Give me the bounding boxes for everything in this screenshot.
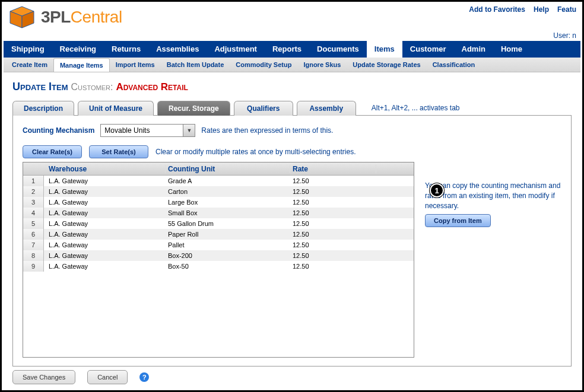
subnav-update-storage-rates[interactable]: Update Storage Rates — [347, 58, 426, 71]
brand-logo: 3PLCentral — [8, 5, 122, 29]
tab-qualifiers[interactable]: Qualifiers — [234, 101, 293, 116]
table-row[interactable]: 9L.A. GatewayBox-5012.50 — [23, 261, 414, 272]
nav-admin[interactable]: Admin — [454, 41, 493, 58]
cell-rate: 12.50 — [290, 252, 376, 259]
table-row[interactable]: 3L.A. GatewayLarge Box12.50 — [23, 197, 414, 208]
table-row[interactable]: 2L.A. GatewayCarton12.50 — [23, 186, 414, 197]
row-number: 8 — [23, 250, 44, 261]
tab-assembly[interactable]: Assembly — [297, 101, 356, 116]
cell-counting-unit: Small Box — [166, 209, 290, 216]
row-number: 1 — [23, 176, 44, 186]
cell-counting-unit: Grade A — [166, 177, 290, 184]
row-number: 9 — [23, 261, 44, 272]
cell-warehouse: L.A. Gateway — [44, 241, 166, 248]
main-nav: ShippingReceivingReturnsAssembliesAdjust… — [4, 41, 580, 58]
cell-counting-unit: Box-200 — [166, 252, 290, 259]
cell-rate: 12.50 — [290, 241, 376, 248]
help-icon[interactable]: ? — [139, 372, 149, 382]
subnav-commodity-setup[interactable]: Commodity Setup — [230, 58, 297, 71]
cell-rate: 12.50 — [290, 188, 376, 195]
cancel-button[interactable]: Cancel — [87, 370, 128, 384]
row-number: 2 — [23, 186, 44, 197]
cell-counting-unit: Box-50 — [166, 263, 290, 270]
row-number: 3 — [23, 197, 44, 208]
cell-warehouse: L.A. Gateway — [44, 177, 166, 184]
cell-counting-unit: Paper Roll — [166, 231, 290, 238]
nav-home[interactable]: Home — [493, 41, 530, 58]
cube-icon — [8, 5, 36, 29]
nav-returns[interactable]: Returns — [104, 41, 148, 58]
grid-header-counting-unit[interactable]: Counting Unit — [166, 165, 290, 173]
copy-from-item-button[interactable]: Copy from Item — [425, 214, 491, 227]
cell-warehouse: L.A. Gateway — [44, 252, 166, 259]
help-link[interactable]: Help — [534, 5, 549, 14]
clear-rates-button[interactable]: Clear Rate(s) — [23, 145, 82, 158]
cell-counting-unit: Pallet — [166, 241, 290, 248]
customer-name: Advanced Retail — [116, 81, 188, 93]
features-link[interactable]: Featu — [557, 5, 576, 14]
cell-warehouse: L.A. Gateway — [44, 263, 166, 270]
table-row[interactable]: 1L.A. GatewayGrade A12.50 — [23, 176, 414, 186]
brand-part1: 3PL — [41, 8, 71, 26]
tabs-hint: Alt+1, Alt+2, ... activates tab — [372, 104, 460, 112]
table-row[interactable]: 5L.A. Gateway55 Gallon Drum12.50 — [23, 218, 414, 229]
customer-label: Customer: — [71, 82, 113, 92]
subnav-import-items[interactable]: Import Items — [110, 58, 161, 71]
tab-unit-of-measure[interactable]: Unit of Measure — [78, 101, 154, 116]
table-row[interactable]: 8L.A. GatewayBox-20012.50 — [23, 250, 414, 261]
grid-header-warehouse[interactable]: Warehouse — [44, 165, 166, 173]
cell-rate: 12.50 — [290, 209, 376, 216]
rates-grid: Warehouse Counting Unit Rate 1L.A. Gatew… — [23, 162, 414, 358]
nav-documents[interactable]: Documents — [309, 41, 367, 58]
nav-items[interactable]: Items — [367, 41, 402, 58]
add-favorites-link[interactable]: Add to Favorites — [469, 5, 525, 14]
subnav-create-item[interactable]: Create Item — [6, 58, 53, 71]
annotation-badge: 1 — [430, 183, 444, 197]
table-row[interactable]: 4L.A. GatewaySmall Box12.50 — [23, 208, 414, 218]
cell-counting-unit: Carton — [166, 188, 290, 195]
nav-customer[interactable]: Customer — [402, 41, 454, 58]
counting-mechanism-select[interactable] — [100, 124, 195, 137]
subnav-batch-item-update[interactable]: Batch Item Update — [161, 58, 230, 71]
set-rates-button[interactable]: Set Rate(s) — [89, 145, 148, 158]
counting-mechanism-label: Counting Mechanism — [23, 126, 94, 135]
rate-buttons-hint: Clear or modify multiple rates at once b… — [155, 148, 356, 156]
nav-receiving[interactable]: Receiving — [52, 41, 104, 58]
cell-warehouse: L.A. Gateway — [44, 209, 166, 216]
copy-help-text: You can copy the counting mechanism and … — [425, 181, 561, 211]
nav-reports[interactable]: Reports — [265, 41, 309, 58]
cell-counting-unit: Large Box — [166, 199, 290, 206]
cell-rate: 12.50 — [290, 199, 376, 206]
subnav-classification[interactable]: Classification — [427, 58, 481, 71]
save-changes-button[interactable]: Save Changes — [12, 370, 75, 384]
counting-hint: Rates are then expressed in terms of thi… — [201, 126, 333, 135]
nav-adjustment[interactable]: Adjustment — [207, 41, 265, 58]
user-value: n — [572, 31, 576, 40]
cell-rate: 12.50 — [290, 220, 376, 227]
subnav-manage-items[interactable]: Manage Items — [53, 58, 110, 72]
row-number: 6 — [23, 229, 44, 240]
row-number: 5 — [23, 218, 44, 229]
user-label: User: — [553, 31, 570, 40]
tab-description[interactable]: Description — [12, 101, 74, 116]
cell-warehouse: L.A. Gateway — [44, 231, 166, 238]
nav-shipping[interactable]: Shipping — [4, 41, 52, 58]
cell-warehouse: L.A. Gateway — [44, 220, 166, 227]
tabs-row: DescriptionUnit of MeasureRecur. Storage… — [12, 100, 572, 116]
cell-warehouse: L.A. Gateway — [44, 188, 166, 195]
sub-nav: Create ItemManage ItemsImport ItemsBatch… — [4, 58, 580, 72]
cell-rate: 12.50 — [290, 231, 376, 238]
cell-rate: 12.50 — [290, 177, 376, 184]
page-title: Update Item — [12, 81, 68, 93]
tab-recur-storage[interactable]: Recur. Storage — [157, 101, 230, 116]
grid-header-rate[interactable]: Rate — [290, 165, 376, 173]
table-row[interactable]: 6L.A. GatewayPaper Roll12.50 — [23, 229, 414, 240]
nav-assemblies[interactable]: Assemblies — [148, 41, 207, 58]
cell-warehouse: L.A. Gateway — [44, 199, 166, 206]
cell-counting-unit: 55 Gallon Drum — [166, 220, 290, 227]
subnav-ignore-skus[interactable]: Ignore Skus — [297, 58, 347, 71]
brand-part2: Central — [71, 8, 122, 26]
row-number: 7 — [23, 240, 44, 250]
table-row[interactable]: 7L.A. GatewayPallet12.50 — [23, 240, 414, 250]
cell-rate: 12.50 — [290, 263, 376, 270]
